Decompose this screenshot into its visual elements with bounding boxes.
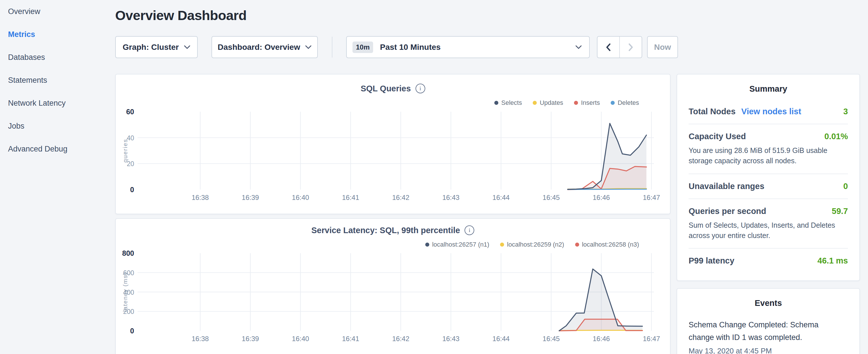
sql-queries-chart[interactable]: 16:3816:3916:4016:4116:4216:4316:4416:45… bbox=[116, 74, 671, 215]
summary-item-capacity-used: Capacity Used0.01%You are using 28.6 MiB… bbox=[689, 124, 848, 174]
summary-item-label: P99 latency bbox=[689, 256, 735, 265]
svg-text:16:45: 16:45 bbox=[542, 194, 560, 201]
svg-text:16:41: 16:41 bbox=[342, 335, 359, 343]
summary-item-value: 59.7 bbox=[832, 206, 848, 216]
sidebar-item-jobs[interactable]: Jobs bbox=[0, 115, 115, 137]
toolbar-divider bbox=[332, 37, 333, 58]
svg-text:16:42: 16:42 bbox=[392, 194, 409, 201]
summary-item-description: You are using 28.6 MiB of 515.9 GiB usab… bbox=[689, 145, 848, 166]
graph-dropdown[interactable]: Graph: Cluster bbox=[115, 36, 198, 58]
summary-item-label: Unavailable ranges bbox=[689, 182, 764, 191]
svg-text:16:46: 16:46 bbox=[593, 335, 610, 343]
time-step-buttons bbox=[597, 36, 642, 58]
svg-text:16:38: 16:38 bbox=[192, 335, 209, 343]
event-timestamp: May 13, 2020 at 4:45 PM bbox=[689, 347, 848, 354]
svg-text:16:45: 16:45 bbox=[542, 335, 560, 343]
summary-item-label: Total Nodes bbox=[689, 107, 736, 116]
svg-text:16:38: 16:38 bbox=[192, 194, 209, 201]
svg-text:16:47: 16:47 bbox=[643, 194, 660, 201]
chevron-left-icon bbox=[605, 43, 612, 52]
summary-panel: Summary Total NodesView nodes list3Capac… bbox=[677, 74, 860, 281]
svg-text:16:44: 16:44 bbox=[492, 194, 509, 201]
sidebar-item-statements[interactable]: Statements bbox=[0, 69, 115, 92]
summary-item-description: Sum of Selects, Updates, Inserts, and De… bbox=[689, 220, 848, 241]
svg-text:16:39: 16:39 bbox=[242, 335, 259, 343]
sidebar-item-metrics[interactable]: Metrics bbox=[0, 23, 115, 46]
svg-text:16:41: 16:41 bbox=[342, 194, 359, 201]
time-range-label: Past 10 Minutes bbox=[380, 43, 441, 52]
svg-text:0: 0 bbox=[130, 186, 134, 194]
dashboard-dropdown-label: Dashboard: Overview bbox=[218, 43, 300, 52]
svg-text:16:43: 16:43 bbox=[442, 335, 459, 343]
events-panel: Events Schema Change Completed: Schema c… bbox=[677, 288, 860, 354]
service-latency-chart[interactable]: 16:3816:3916:4016:4116:4216:4316:4416:45… bbox=[116, 219, 671, 354]
summary-title: Summary bbox=[689, 84, 848, 94]
events-title: Events bbox=[689, 298, 848, 308]
page-title: Overview Dashboard bbox=[115, 7, 247, 23]
time-range-dropdown[interactable]: 10m Past 10 Minutes bbox=[346, 36, 590, 58]
chevron-down-icon bbox=[576, 45, 582, 49]
service-latency-card: Service Latency: SQL, 99th percentile i … bbox=[115, 218, 671, 354]
sidebar-nav: OverviewMetricsDatabasesStatementsNetwor… bbox=[0, 0, 115, 354]
summary-item-label: Queries per second bbox=[689, 206, 766, 216]
summary-item-label: Capacity Used bbox=[689, 132, 746, 141]
svg-text:16:47: 16:47 bbox=[643, 335, 660, 343]
summary-item-value: 0 bbox=[843, 182, 848, 191]
svg-text:0: 0 bbox=[130, 327, 134, 335]
event-message: Schema Change Completed: Schema change w… bbox=[689, 319, 821, 344]
now-button[interactable]: Now bbox=[647, 36, 678, 58]
dashboard-dropdown[interactable]: Dashboard: Overview bbox=[212, 36, 318, 58]
svg-text:16:46: 16:46 bbox=[593, 194, 610, 201]
sidebar-item-overview[interactable]: Overview bbox=[0, 0, 115, 23]
svg-text:60: 60 bbox=[126, 108, 134, 116]
svg-text:16:42: 16:42 bbox=[392, 335, 409, 343]
graph-dropdown-label: Graph: Cluster bbox=[123, 43, 179, 52]
chevron-right-icon bbox=[627, 43, 634, 52]
summary-item-value: 46.1 ms bbox=[817, 256, 848, 265]
summary-item-unavailable-ranges: Unavailable ranges0 bbox=[689, 174, 848, 199]
summary-item-queries-per-second: Queries per second59.7Sum of Selects, Up… bbox=[689, 199, 848, 249]
summary-item-total-nodes: Total NodesView nodes list3 bbox=[689, 99, 848, 124]
next-time-button[interactable] bbox=[620, 37, 642, 58]
prev-time-button[interactable] bbox=[597, 37, 619, 58]
svg-text:16:43: 16:43 bbox=[442, 194, 459, 201]
svg-text:16:44: 16:44 bbox=[492, 335, 509, 343]
view-nodes-list-link[interactable]: View nodes list bbox=[741, 107, 801, 116]
svg-text:800: 800 bbox=[122, 249, 134, 257]
svg-text:16:40: 16:40 bbox=[292, 194, 309, 201]
sidebar-item-databases[interactable]: Databases bbox=[0, 46, 115, 69]
chevron-down-icon bbox=[184, 45, 190, 49]
svg-text:16:39: 16:39 bbox=[242, 194, 259, 201]
svg-text:queries: queries bbox=[122, 139, 128, 163]
sidebar-item-advanced-debug[interactable]: Advanced Debug bbox=[0, 137, 115, 160]
sql-queries-card: SQL Queries i SelectsUpdatesInsertsDelet… bbox=[115, 74, 671, 214]
time-range-badge: 10m bbox=[352, 41, 373, 53]
sidebar-item-network-latency[interactable]: Network Latency bbox=[0, 92, 115, 115]
summary-item-value: 0.01% bbox=[825, 132, 848, 141]
svg-text:16:40: 16:40 bbox=[292, 335, 309, 343]
summary-item-p99-latency: P99 latency46.1 ms bbox=[689, 249, 848, 273]
svg-text:latency (ms): latency (ms) bbox=[122, 272, 128, 312]
summary-item-value: 3 bbox=[843, 107, 848, 116]
chevron-down-icon bbox=[305, 45, 311, 49]
